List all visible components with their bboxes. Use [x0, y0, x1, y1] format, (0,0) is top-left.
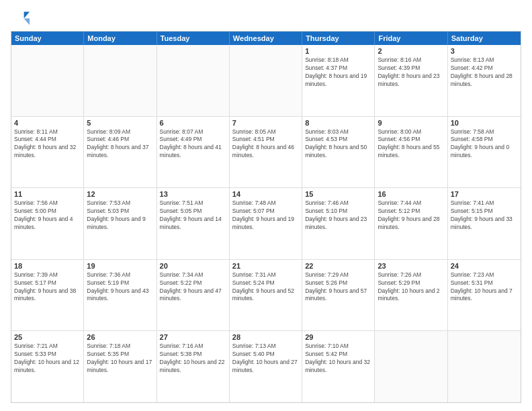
day-info: Sunrise: 8:05 AMSunset: 4:51 PMDaylight:… — [232, 128, 299, 161]
cal-cell: 21Sunrise: 7:31 AMSunset: 5:24 PMDayligh… — [230, 260, 302, 331]
day-number: 23 — [378, 262, 444, 270]
header-cell-saturday: Saturday — [448, 32, 521, 45]
logo — [11, 8, 32, 27]
day-number: 5 — [87, 119, 153, 127]
day-number: 20 — [160, 262, 226, 270]
day-info: Sunrise: 7:13 AMSunset: 5:40 PMDaylight:… — [232, 342, 299, 375]
day-number: 6 — [160, 119, 226, 127]
day-info: Sunrise: 8:11 AMSunset: 4:44 PMDaylight:… — [14, 128, 81, 161]
cal-cell: 29Sunrise: 7:10 AMSunset: 5:42 PMDayligh… — [302, 331, 375, 402]
day-info: Sunrise: 7:10 AMSunset: 5:42 PMDaylight:… — [305, 342, 371, 375]
day-number: 7 — [232, 119, 299, 127]
day-number: 3 — [451, 47, 518, 55]
logo-icon — [11, 8, 30, 27]
cal-cell: 6Sunrise: 8:07 AMSunset: 4:49 PMDaylight… — [157, 117, 230, 188]
calendar-body: 1Sunrise: 8:18 AMSunset: 4:37 PMDaylight… — [11, 45, 521, 402]
cal-cell: 26Sunrise: 7:18 AMSunset: 5:35 PMDayligh… — [84, 331, 157, 402]
header-cell-friday: Friday — [375, 32, 447, 45]
cal-cell — [11, 45, 84, 116]
cal-cell: 15Sunrise: 7:46 AMSunset: 5:10 PMDayligh… — [302, 188, 375, 259]
day-info: Sunrise: 7:18 AMSunset: 5:35 PMDaylight:… — [87, 342, 153, 375]
day-info: Sunrise: 8:18 AMSunset: 4:37 PMDaylight:… — [305, 56, 371, 89]
day-info: Sunrise: 7:48 AMSunset: 5:07 PMDaylight:… — [232, 199, 299, 232]
cal-cell: 18Sunrise: 7:39 AMSunset: 5:17 PMDayligh… — [11, 260, 84, 331]
day-info: Sunrise: 7:39 AMSunset: 5:17 PMDaylight:… — [14, 271, 81, 304]
cal-cell: 8Sunrise: 8:03 AMSunset: 4:53 PMDaylight… — [302, 117, 375, 188]
day-number: 27 — [160, 333, 226, 341]
cal-cell: 2Sunrise: 8:16 AMSunset: 4:39 PMDaylight… — [375, 45, 447, 116]
day-info: Sunrise: 7:41 AMSunset: 5:15 PMDaylight:… — [451, 199, 518, 232]
header-cell-sunday: Sunday — [11, 32, 84, 45]
cal-cell: 20Sunrise: 7:34 AMSunset: 5:22 PMDayligh… — [157, 260, 230, 331]
day-number: 13 — [160, 190, 226, 198]
calendar-week-4: 18Sunrise: 7:39 AMSunset: 5:17 PMDayligh… — [11, 260, 521, 332]
header — [11, 8, 521, 27]
day-number: 11 — [14, 190, 81, 198]
day-info: Sunrise: 7:56 AMSunset: 5:00 PMDaylight:… — [14, 199, 81, 232]
day-number: 29 — [305, 333, 371, 341]
cal-cell: 23Sunrise: 7:26 AMSunset: 5:29 PMDayligh… — [375, 260, 447, 331]
cal-cell: 16Sunrise: 7:44 AMSunset: 5:12 PMDayligh… — [375, 188, 447, 259]
cal-cell — [448, 331, 521, 402]
cal-cell: 11Sunrise: 7:56 AMSunset: 5:00 PMDayligh… — [11, 188, 84, 259]
day-info: Sunrise: 7:53 AMSunset: 5:03 PMDaylight:… — [87, 199, 153, 232]
day-info: Sunrise: 7:51 AMSunset: 5:05 PMDaylight:… — [160, 199, 226, 232]
day-info: Sunrise: 7:31 AMSunset: 5:24 PMDaylight:… — [232, 271, 299, 304]
day-info: Sunrise: 8:09 AMSunset: 4:46 PMDaylight:… — [87, 128, 153, 161]
day-number: 28 — [232, 333, 299, 341]
day-number: 9 — [378, 119, 444, 127]
day-number: 18 — [14, 262, 81, 270]
calendar: SundayMondayTuesdayWednesdayThursdayFrid… — [11, 31, 521, 403]
day-number: 12 — [87, 190, 153, 198]
day-number: 26 — [87, 333, 153, 341]
cal-cell: 28Sunrise: 7:13 AMSunset: 5:40 PMDayligh… — [230, 331, 302, 402]
cal-cell: 4Sunrise: 8:11 AMSunset: 4:44 PMDaylight… — [11, 117, 84, 188]
calendar-week-3: 11Sunrise: 7:56 AMSunset: 5:00 PMDayligh… — [11, 188, 521, 260]
day-info: Sunrise: 7:16 AMSunset: 5:38 PMDaylight:… — [160, 342, 226, 375]
calendar-week-2: 4Sunrise: 8:11 AMSunset: 4:44 PMDaylight… — [11, 117, 521, 189]
day-number: 25 — [14, 333, 81, 341]
day-number: 2 — [378, 47, 444, 55]
cal-cell: 24Sunrise: 7:23 AMSunset: 5:31 PMDayligh… — [448, 260, 521, 331]
cal-cell: 1Sunrise: 8:18 AMSunset: 4:37 PMDaylight… — [302, 45, 375, 116]
header-cell-monday: Monday — [84, 32, 157, 45]
cal-cell — [375, 331, 447, 402]
day-info: Sunrise: 7:26 AMSunset: 5:29 PMDaylight:… — [378, 271, 444, 304]
day-number: 14 — [232, 190, 299, 198]
day-number: 1 — [305, 47, 371, 55]
day-info: Sunrise: 7:58 AMSunset: 4:58 PMDaylight:… — [451, 128, 518, 161]
cal-cell: 7Sunrise: 8:05 AMSunset: 4:51 PMDaylight… — [230, 117, 302, 188]
calendar-week-1: 1Sunrise: 8:18 AMSunset: 4:37 PMDaylight… — [11, 45, 521, 117]
day-info: Sunrise: 7:29 AMSunset: 5:26 PMDaylight:… — [305, 271, 371, 304]
cal-cell: 9Sunrise: 8:00 AMSunset: 4:56 PMDaylight… — [375, 117, 447, 188]
cal-cell — [157, 45, 230, 116]
day-number: 17 — [451, 190, 518, 198]
cal-cell: 22Sunrise: 7:29 AMSunset: 5:26 PMDayligh… — [302, 260, 375, 331]
header-cell-wednesday: Wednesday — [230, 32, 302, 45]
calendar-header: SundayMondayTuesdayWednesdayThursdayFrid… — [11, 32, 521, 45]
day-info: Sunrise: 8:16 AMSunset: 4:39 PMDaylight:… — [378, 56, 444, 89]
cal-cell: 3Sunrise: 8:13 AMSunset: 4:42 PMDaylight… — [448, 45, 521, 116]
cal-cell — [84, 45, 157, 116]
day-number: 4 — [14, 119, 81, 127]
day-number: 10 — [451, 119, 518, 127]
cal-cell: 12Sunrise: 7:53 AMSunset: 5:03 PMDayligh… — [84, 188, 157, 259]
day-info: Sunrise: 8:03 AMSunset: 4:53 PMDaylight:… — [305, 128, 371, 161]
page: SundayMondayTuesdayWednesdayThursdayFrid… — [0, 0, 532, 411]
header-cell-thursday: Thursday — [302, 32, 375, 45]
cal-cell: 14Sunrise: 7:48 AMSunset: 5:07 PMDayligh… — [230, 188, 302, 259]
day-number: 16 — [378, 190, 444, 198]
day-info: Sunrise: 7:23 AMSunset: 5:31 PMDaylight:… — [451, 271, 518, 304]
cal-cell: 17Sunrise: 7:41 AMSunset: 5:15 PMDayligh… — [448, 188, 521, 259]
day-info: Sunrise: 7:21 AMSunset: 5:33 PMDaylight:… — [14, 342, 81, 375]
cal-cell: 13Sunrise: 7:51 AMSunset: 5:05 PMDayligh… — [157, 188, 230, 259]
cal-cell: 5Sunrise: 8:09 AMSunset: 4:46 PMDaylight… — [84, 117, 157, 188]
cal-cell: 10Sunrise: 7:58 AMSunset: 4:58 PMDayligh… — [448, 117, 521, 188]
calendar-week-5: 25Sunrise: 7:21 AMSunset: 5:33 PMDayligh… — [11, 331, 521, 402]
cal-cell: 25Sunrise: 7:21 AMSunset: 5:33 PMDayligh… — [11, 331, 84, 402]
day-number: 8 — [305, 119, 371, 127]
day-info: Sunrise: 7:36 AMSunset: 5:19 PMDaylight:… — [87, 271, 153, 304]
day-info: Sunrise: 8:13 AMSunset: 4:42 PMDaylight:… — [451, 56, 518, 89]
svg-marker-1 — [24, 18, 30, 25]
day-number: 19 — [87, 262, 153, 270]
